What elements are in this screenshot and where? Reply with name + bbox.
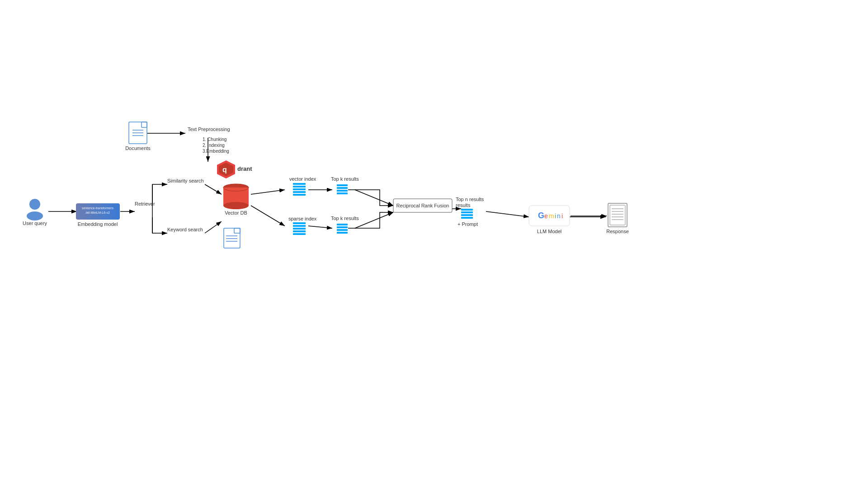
sparse-index-label: sparse index [288,216,317,221]
top-k-results-1-label: Top k results [331,176,359,182]
embedding-model-node: sentence-transformers /all-MiniLM-L6-v2 … [76,203,120,227]
top-n-results-node: Top n results results [456,197,484,219]
user-query-label: User query [23,221,47,226]
sparse-index-node: sparse index [288,216,317,235]
svg-line-6 [205,221,222,233]
documents-label: Documents [125,145,151,151]
qdrant-logo: q q [217,160,235,178]
svg-rect-39 [293,188,306,190]
svg-rect-51 [337,224,348,225]
svg-rect-37 [293,183,306,185]
svg-rect-44 [293,228,306,230]
svg-line-8 [251,206,285,226]
retriever-label: Retriever [135,201,155,206]
documents-node: Documents [125,122,151,151]
vector-index-node: vector index [289,176,316,196]
keyword-doc-icon [224,228,240,248]
svg-point-14 [29,199,40,210]
svg-rect-45 [293,230,306,232]
svg-point-29 [223,202,249,209]
svg-text:n: n [557,212,561,220]
svg-text:i: i [561,212,563,220]
preprocessing-step2: 2. Indexing [203,143,225,148]
top-k-results-2-node: Top k results [331,216,359,234]
svg-rect-46 [293,233,306,235]
svg-rect-57 [461,211,473,213]
svg-rect-52 [337,226,348,228]
svg-rect-59 [461,217,473,219]
reciprocal-rank-fusion-label: Reciprocal Rank Fusion [396,203,449,208]
llm-model-node: G e m i n i LLM Model [529,206,570,234]
svg-line-10 [308,226,332,228]
top-k-results-2-label: Top k results [331,216,359,221]
svg-rect-48 [337,187,348,189]
svg-rect-42 [293,222,306,224]
svg-rect-49 [337,190,348,192]
prompt-label: + Prompt [458,221,478,227]
preprocessing-step3: 3.Embedding [203,149,229,154]
embedding-model-text1: sentence-transformers [82,206,114,210]
preprocessing-step1: 1. Chunking [203,137,226,142]
svg-rect-56 [461,209,473,211]
svg-line-5 [205,184,222,194]
svg-rect-43 [293,225,306,227]
svg-rect-53 [337,229,348,231]
user-query-node: User query [23,199,47,226]
svg-rect-38 [293,186,306,188]
response-node: Response [606,203,629,234]
svg-rect-68 [610,205,625,225]
svg-rect-58 [461,214,473,216]
svg-text:m: m [549,212,554,220]
svg-rect-31 [224,228,240,248]
response-label: Response [606,229,629,234]
qdrant-label: drant [237,165,252,172]
top-n-results-label2: results [456,202,471,208]
svg-rect-40 [293,191,306,193]
svg-rect-54 [337,232,348,234]
top-n-results-label: Top n results [456,197,484,202]
similarity-search-label: Similarity search [167,178,204,183]
embedding-model-text2: /all-MiniLM-L6-v2 [85,211,110,214]
svg-rect-41 [293,194,306,196]
keyword-search-label: Keyword search [167,227,203,232]
svg-point-15 [27,211,43,221]
vector-index-label: vector index [289,176,316,182]
svg-line-12 [486,211,529,217]
top-k-results-1-node: Top k results [331,176,359,194]
svg-text:q: q [222,166,227,174]
svg-text:G: G [538,211,544,220]
svg-rect-47 [337,184,348,186]
vector-db-label: Vector DB [225,210,247,216]
text-preprocessing-label: Text Preprocessing [188,127,230,132]
svg-rect-50 [337,192,348,194]
svg-text:i: i [555,212,556,220]
vector-db-node: Vector DB [223,184,249,216]
svg-line-7 [251,190,285,194]
llm-model-label: LLM Model [537,229,561,234]
embedding-model-label: Embedding model [78,221,118,227]
svg-text:e: e [544,212,548,220]
